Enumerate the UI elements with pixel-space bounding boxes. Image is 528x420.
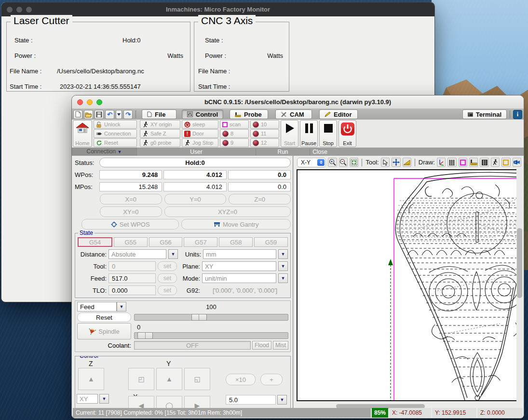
feed-entry[interactable]: 517.0: [108, 273, 156, 283]
tab-control[interactable]: Control: [182, 109, 223, 119]
g59-button[interactable]: G59: [254, 237, 288, 247]
tab-cam[interactable]: CAM: [275, 109, 312, 119]
mode-combobox[interactable]: unit/min: [202, 273, 276, 283]
set-wpos-button[interactable]: Set WPOS: [81, 219, 179, 230]
plane-combobox[interactable]: XY: [202, 261, 276, 271]
tool-set-button[interactable]: set: [158, 261, 177, 271]
draw-axes-icon[interactable]: [437, 158, 446, 167]
scan-button[interactable]: scan: [220, 120, 249, 129]
pan-tool-icon[interactable]: [392, 158, 400, 167]
jog-xy-upright-button[interactable]: ◱: [184, 368, 210, 390]
connection-button[interactable]: Connection: [94, 129, 137, 138]
vertical-scrollbar[interactable]: [517, 228, 522, 298]
safe-z-button[interactable]: Safe Z: [140, 129, 180, 138]
tab-editor[interactable]: Editor: [319, 109, 358, 119]
mist-button[interactable]: Mist: [273, 341, 288, 350]
open-file-icon[interactable]: [84, 110, 93, 119]
zoom-button[interactable]: [26, 7, 32, 13]
flood-button[interactable]: Flood: [252, 341, 271, 350]
start-button[interactable]: Start: [281, 120, 298, 147]
home-button[interactable]: Home: [73, 120, 92, 147]
tlo-entry[interactable]: 0.000: [108, 285, 156, 295]
wpos-z-field[interactable]: 0.0: [228, 170, 291, 179]
g0-probe-button[interactable]: g0 probe: [140, 138, 180, 147]
step-size-entry[interactable]: 5.0: [226, 395, 276, 405]
camera-icon[interactable]: [513, 158, 521, 167]
draw-workarea-icon[interactable]: [480, 158, 488, 167]
draw-grid-icon[interactable]: [447, 158, 456, 167]
m8-button[interactable]: 8: [220, 129, 249, 138]
jog-z-up-button[interactable]: ▲: [78, 368, 104, 390]
minimize-button[interactable]: [87, 99, 93, 105]
reset-button[interactable]: Reset: [94, 138, 137, 147]
draw-probe-icon[interactable]: [469, 158, 478, 167]
undo-icon[interactable]: ↶: [105, 110, 114, 119]
m11-button[interactable]: 11: [250, 129, 279, 138]
monitor-titlebar[interactable]: Inmachines: Micro Factory Monitor: [1, 2, 434, 16]
jog-x-right-button[interactable]: ▶: [184, 396, 210, 408]
wpos-x-field[interactable]: 9.248: [99, 170, 162, 179]
draw-paths-icon[interactable]: [501, 158, 510, 167]
wpos-y-field[interactable]: 4.012: [163, 170, 226, 179]
exit-button[interactable]: Exit: [338, 120, 356, 147]
override-reset-button[interactable]: Reset: [77, 312, 131, 322]
tlo-set-button[interactable]: set: [158, 285, 177, 295]
coolant-off-button[interactable]: OFF: [134, 341, 251, 350]
units-combobox[interactable]: mm: [203, 249, 276, 259]
mode-dropdown-icon[interactable]: ▼: [278, 273, 288, 283]
jog-axis-dropdown-icon[interactable]: ▼: [99, 394, 109, 404]
jog-y-up-button[interactable]: ▲: [156, 368, 182, 390]
units-dropdown-icon[interactable]: ▼: [278, 249, 288, 259]
tab-terminal[interactable]: Terminal: [462, 109, 507, 119]
g58-button[interactable]: G58: [219, 237, 253, 247]
zoom-button[interactable]: [96, 99, 102, 105]
zoom-in-icon[interactable]: [328, 158, 337, 167]
bcnc-titlebar[interactable]: bCNC 0.9.15: /Users/cello/Desktop/barong…: [72, 95, 524, 109]
pause-button[interactable]: Pause: [300, 120, 318, 147]
jog-x-left-button[interactable]: ◀: [128, 396, 154, 408]
select-tool-icon[interactable]: [381, 158, 390, 167]
close-button[interactable]: [77, 99, 83, 105]
plane-dropdown-icon[interactable]: ▼: [278, 261, 288, 271]
distance-combobox[interactable]: Absolute: [108, 249, 166, 259]
redo-icon[interactable]: ↷: [123, 110, 133, 119]
draw-moves-icon[interactable]: [491, 158, 500, 167]
jog-home-button[interactable]: ◯: [156, 396, 182, 408]
zoom-fit-icon[interactable]: [350, 158, 358, 167]
feed-override-slider[interactable]: [134, 314, 288, 321]
step-dropdown-icon[interactable]: ▼: [277, 395, 287, 405]
g55-button[interactable]: G55: [114, 237, 148, 247]
spindle-button[interactable]: Spindle: [77, 323, 131, 339]
tab-probe[interactable]: Probe: [230, 109, 268, 119]
jog-stop-button[interactable]: Jog Stop: [182, 138, 218, 147]
save-icon[interactable]: [95, 110, 104, 119]
step-x10-button[interactable]: ×10: [226, 374, 256, 385]
new-file-icon[interactable]: [73, 110, 82, 119]
unlock-button[interactable]: Unlock: [94, 120, 137, 129]
draw-margin-icon[interactable]: [459, 158, 467, 167]
g57-button[interactable]: G57: [184, 237, 217, 247]
feed-set-button[interactable]: set: [158, 273, 177, 283]
zero-x-button[interactable]: X=0: [100, 194, 162, 204]
g54-button[interactable]: G54: [78, 237, 112, 247]
tab-file[interactable]: File: [142, 109, 176, 119]
override-selector-combobox[interactable]: Feed: [77, 302, 117, 312]
tool-entry[interactable]: 0: [108, 261, 156, 271]
distance-dropdown-icon[interactable]: ▼: [168, 249, 178, 259]
info-button[interactable]: i: [513, 110, 522, 119]
stop-button[interactable]: Stop: [319, 120, 337, 147]
jog-axis-combobox[interactable]: XY: [77, 394, 98, 404]
close-button[interactable]: [7, 7, 13, 13]
step-plus-button[interactable]: +: [260, 374, 283, 385]
move-gantry-button[interactable]: Move Gantry: [181, 219, 291, 230]
connection-group-dropdown[interactable]: Connection ▼: [72, 148, 137, 156]
xy-origin-button[interactable]: XY origin: [140, 120, 180, 129]
zero-y-button[interactable]: Y=0: [164, 194, 227, 204]
minimize-button[interactable]: [16, 7, 22, 13]
feed-slider-thumb[interactable]: [191, 314, 207, 321]
m10-button[interactable]: 10: [250, 120, 279, 129]
zoom-out-icon[interactable]: [339, 158, 348, 167]
m9-button[interactable]: 9: [220, 138, 249, 147]
sleep-button[interactable]: sleep: [182, 120, 218, 129]
g56-button[interactable]: G56: [149, 237, 183, 247]
